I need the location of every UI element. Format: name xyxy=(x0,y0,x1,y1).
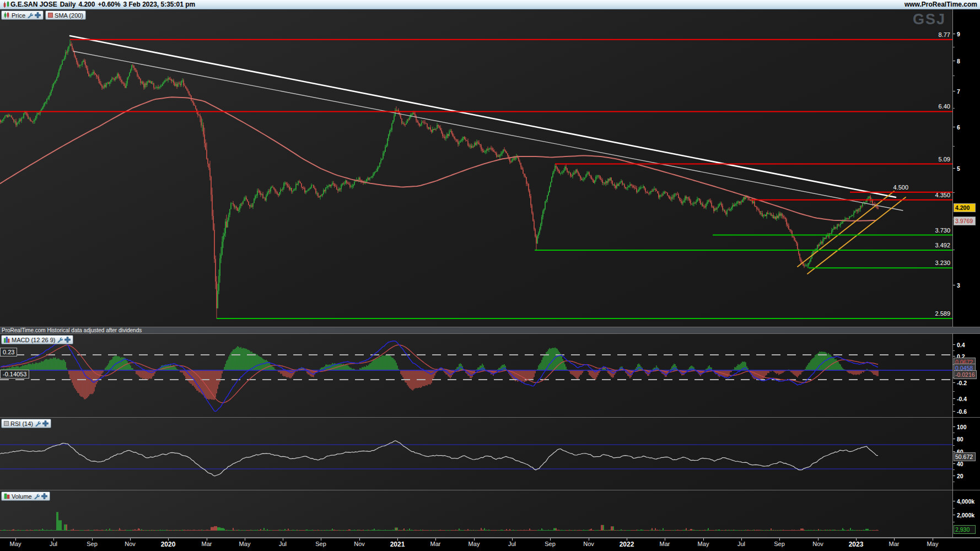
axis-minor-tick xyxy=(953,146,955,147)
axis-tick xyxy=(953,34,955,34)
time-axis-label: Sep xyxy=(315,541,326,547)
time-axis-label: May xyxy=(927,541,939,547)
macd-axis[interactable]: 0.40.2-0.2-0.4-0.60.06720.0458-0.0216 xyxy=(953,334,980,417)
trendline-yellow-upper[interactable] xyxy=(798,191,894,267)
candles xyxy=(0,40,879,318)
volume-indicator-tab[interactable]: Volume xyxy=(1,491,50,501)
timeframe-label: Daily xyxy=(60,1,76,8)
time-axis-label: 2023 xyxy=(849,541,864,548)
rsi-line xyxy=(0,441,878,476)
axis-tick-label: 40 xyxy=(957,461,963,467)
axis-tick xyxy=(953,398,955,399)
volume-tab-label: Volume xyxy=(12,493,32,500)
axis-tick-label: 4,000k xyxy=(957,498,974,505)
sma-value-box: 3.9769 xyxy=(954,217,976,225)
instrument-watermark: GSJ xyxy=(913,11,946,28)
axis-tick xyxy=(953,356,955,356)
rsi-indicator-tab[interactable]: RSI (14) xyxy=(1,419,51,428)
axis-tick xyxy=(953,515,955,515)
level-label-3.492: 3.492 xyxy=(935,242,950,249)
level-label-6.40: 6.40 xyxy=(939,103,950,110)
last-price-box: 4.200 xyxy=(954,203,976,212)
prorealtime-chart-window: G.E.SAN JOSE Daily 4.200 +0.60% 3 Feb 20… xyxy=(0,0,980,551)
rsi-icon xyxy=(4,421,9,426)
level-label-3.730: 3.730 xyxy=(935,227,950,234)
axis-tick xyxy=(953,411,955,412)
macd-icon xyxy=(4,337,10,343)
time-axis-label: Mar xyxy=(660,541,670,547)
macd-line xyxy=(1,341,878,412)
time-axis-label: Jul xyxy=(50,541,57,547)
time-axis-label: 2020 xyxy=(161,541,176,548)
add-indicator-icon[interactable] xyxy=(42,420,49,426)
wrench-icon[interactable] xyxy=(27,12,33,18)
volume-panel[interactable]: Volume xyxy=(0,490,952,537)
price-axis[interactable]: 9876534.2003.9769 xyxy=(953,9,980,327)
sma-indicator-tab[interactable]: SMA (200) xyxy=(45,10,86,20)
axis-tick-label: 2,000k xyxy=(957,512,974,518)
axis-tick-label: 80 xyxy=(957,436,963,442)
sma-tab-label: SMA (200) xyxy=(55,12,83,19)
macd-reference-label: -0.14053 xyxy=(0,370,29,379)
time-axis-label: Sep xyxy=(774,541,785,547)
axis-tick xyxy=(953,127,955,127)
time-axis-label: Mar xyxy=(202,541,212,547)
time-axis-label: Nov xyxy=(583,541,594,547)
macd-reference-label: 0.23 xyxy=(0,348,17,356)
trendline-white-minor[interactable] xyxy=(73,51,903,210)
time-axis-label: Nov xyxy=(125,541,136,547)
axis-minor-tick xyxy=(953,47,955,47)
vertical-axis-line xyxy=(952,9,953,537)
sma-icon xyxy=(48,13,53,18)
add-indicator-icon[interactable] xyxy=(41,493,47,499)
add-indicator-icon[interactable] xyxy=(64,337,71,343)
title-bar: G.E.SAN JOSE Daily 4.200 +0.60% 3 Feb 20… xyxy=(0,0,980,9)
time-axis-label: Sep xyxy=(545,541,556,547)
axis-tick-label: 8 xyxy=(957,58,960,64)
axis-tick-label: 6 xyxy=(957,124,960,131)
volume-value-box: 2,930 xyxy=(954,525,976,534)
level-label-2.589: 2.589 xyxy=(935,310,950,317)
trendline-white-major[interactable] xyxy=(70,36,896,197)
rsi-value-box: 50.672 xyxy=(954,452,976,461)
time-axis-label: May xyxy=(469,541,480,547)
axis-tick-label: 0.4 xyxy=(957,342,965,348)
volume-icon xyxy=(4,493,10,499)
axis-minor-tick xyxy=(953,250,955,250)
volume-bars-up xyxy=(1,512,872,531)
axis-minor-tick xyxy=(953,404,955,405)
macd-hist-value-box: -0.0216 xyxy=(954,370,977,379)
axis-minor-tick xyxy=(953,433,955,433)
macd-panel[interactable]: MACD (12 26 9) 0.23-0.14053 xyxy=(0,334,952,417)
time-axis[interactable]: MayJulSepNov2020MarMayJulSepNov2021MarMa… xyxy=(0,538,980,551)
time-axis-label: Nov xyxy=(812,541,823,547)
axis-tick xyxy=(953,426,955,427)
time-axis-label: Jul xyxy=(279,541,287,547)
axis-tick-label: 20 xyxy=(957,473,963,479)
macd-indicator-tab[interactable]: MACD (12 26 9) xyxy=(1,335,73,344)
volume-axis[interactable]: 4,000k2,000k2,930 xyxy=(953,490,980,537)
macd-signal-line xyxy=(1,345,878,403)
rsi-panel[interactable]: RSI (14) xyxy=(0,418,952,490)
time-axis-label: Jul xyxy=(737,541,745,547)
axis-tick xyxy=(953,168,955,169)
wrench-icon[interactable] xyxy=(57,337,63,343)
price-tab-label: Price xyxy=(12,12,25,19)
time-axis-label: May xyxy=(698,541,709,547)
change-percent: +0.60% xyxy=(98,1,120,8)
macd-histogram-down xyxy=(0,370,878,400)
sma-200-line[interactable] xyxy=(0,97,876,221)
price-indicator-tab[interactable]: Price xyxy=(1,10,44,20)
axis-minor-tick xyxy=(953,391,955,392)
axis-tick xyxy=(953,451,955,452)
website-link[interactable]: www.ProRealTime.com xyxy=(904,1,977,8)
price-chart-panel[interactable]: GSJ Price xyxy=(0,9,952,327)
time-axis-label: Mar xyxy=(430,541,441,547)
volume-bars-down xyxy=(0,525,879,531)
wrench-icon[interactable] xyxy=(34,493,40,499)
rsi-axis[interactable]: 1008060402050.672 xyxy=(953,418,980,490)
macd-tab-label: MACD (12 26 9) xyxy=(12,337,55,343)
axis-minor-tick xyxy=(953,350,955,351)
wrench-icon[interactable] xyxy=(35,420,41,426)
add-indicator-icon[interactable] xyxy=(35,12,41,18)
